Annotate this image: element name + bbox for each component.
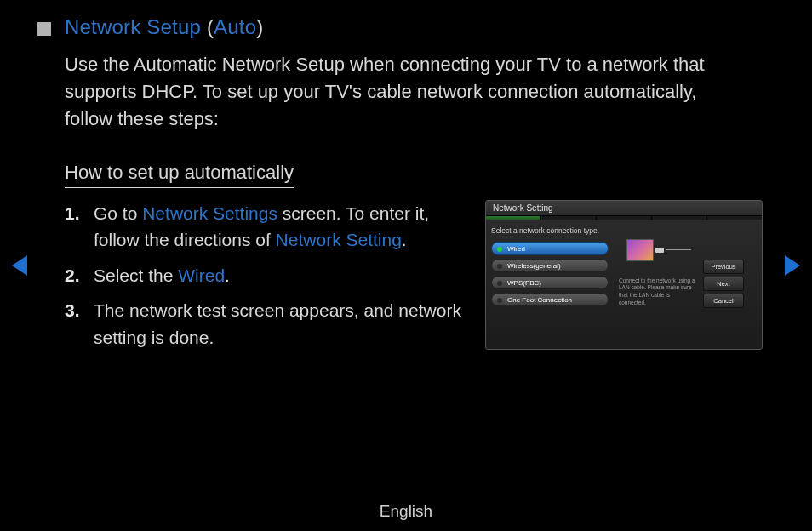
section-bullet	[37, 22, 51, 36]
step-body: Go to Network Settings screen. To enter …	[94, 200, 465, 254]
panel-title: Network Setting	[486, 201, 762, 216]
cancel-button[interactable]: Cancel	[703, 294, 744, 308]
step-body: Select the Wired.	[94, 262, 465, 289]
panel-help-text: Connect to the network using a LAN cable…	[617, 277, 700, 307]
section-title: Network Setup (Auto)	[65, 15, 263, 39]
title-mode: Auto	[214, 15, 256, 38]
connection-option-onefoot[interactable]: One Foot Connection	[491, 293, 609, 306]
cable-plug-icon	[655, 248, 664, 253]
connection-option-wps[interactable]: WPS(PBC)	[491, 276, 609, 289]
title-paren-open: (	[201, 15, 214, 38]
step-body: The network test screen appears, and net…	[94, 297, 465, 351]
step-number: 3.	[65, 297, 85, 351]
title-paren-close: )	[256, 15, 263, 38]
connection-diagram	[626, 231, 691, 269]
intro-paragraph: Use the Automatic Network Setup when con…	[65, 51, 746, 133]
title-prefix: Network Setup	[65, 15, 201, 38]
network-setting-screenshot: Network Setting Select a network connect…	[485, 200, 763, 350]
step-number: 1.	[65, 200, 85, 254]
connection-option-wired[interactable]: Wired	[491, 242, 609, 255]
cable-icon	[666, 249, 691, 250]
link-network-setting: Network Setting	[276, 230, 402, 249]
tv-icon	[626, 239, 654, 261]
language-label: English	[0, 502, 812, 521]
step-2: 2. Select the Wired.	[65, 262, 465, 289]
previous-page-arrow-icon[interactable]	[12, 255, 27, 276]
next-page-arrow-icon[interactable]	[785, 255, 800, 276]
connection-option-wireless[interactable]: Wireless(general)	[491, 259, 609, 272]
link-wired: Wired	[178, 266, 225, 285]
panel-prompt: Select a network connection type.	[491, 226, 609, 235]
next-button[interactable]: Next	[703, 277, 744, 291]
previous-button[interactable]: Previous	[703, 260, 744, 274]
step-3: 3. The network test screen appears, and …	[65, 297, 465, 351]
steps-list: 1. Go to Network Settings screen. To ent…	[65, 200, 465, 360]
subheading: How to set up automatically	[65, 162, 294, 188]
step-1: 1. Go to Network Settings screen. To ent…	[65, 200, 465, 254]
link-network-settings: Network Settings	[142, 203, 277, 223]
step-number: 2.	[65, 262, 85, 289]
